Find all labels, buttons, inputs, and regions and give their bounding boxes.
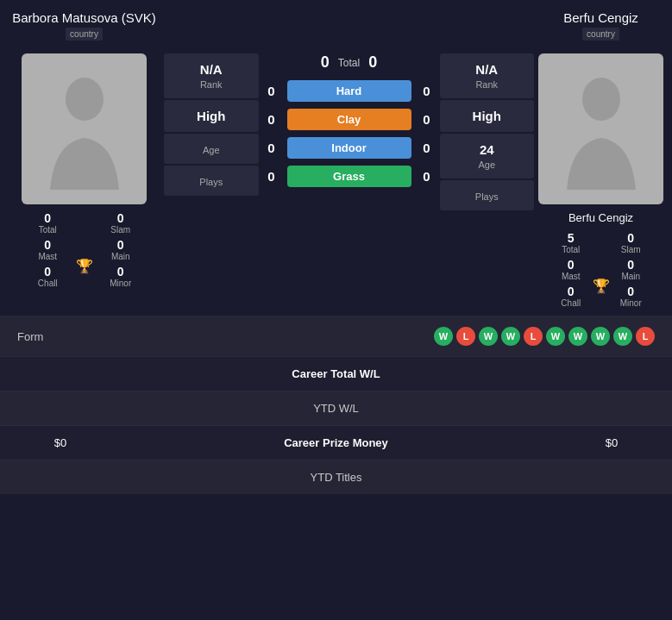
- svg-point-1: [582, 78, 620, 121]
- form-badge-10: L: [636, 327, 655, 346]
- form-badges: W L W W L W W W W L: [434, 327, 655, 346]
- left-minor-stat: 0 Minor: [86, 265, 156, 288]
- indoor-surface-row: 0 Indoor 0: [263, 137, 436, 159]
- left-age-item: Age: [164, 134, 259, 164]
- right-minor-stat: 0 Minor: [603, 285, 660, 308]
- bottom-section: Form W L W W L W W W W L Career Total W/…: [0, 316, 672, 494]
- right-middle-stats: N/A Rank High 24 Age Plays: [436, 53, 539, 298]
- main-container: Barbora Matusova (SVK) country Berfu Cen…: [0, 0, 672, 494]
- svg-point-0: [66, 78, 104, 121]
- left-player-header: Barbora Matusova (SVK) country: [9, 10, 160, 41]
- right-chall-stat: 0 Chall: [543, 285, 600, 308]
- left-middle-stats: N/A Rank High Age Plays: [160, 53, 263, 298]
- left-player-avatar: [22, 53, 147, 204]
- hard-surface-row: 0 Hard 0: [263, 80, 436, 102]
- grass-surface-row: 0 Grass 0: [263, 166, 436, 187]
- right-high-item: High: [440, 100, 535, 132]
- center-scoring: 0 Total 0 0 Hard 0 0 Clay 0 0 Indoor 0 0: [263, 53, 436, 298]
- left-slam-stat: 0 Slam: [86, 211, 156, 235]
- form-row: Form W L W W L W W W W L: [0, 316, 672, 356]
- left-total-stat: 0 Total: [13, 211, 83, 235]
- right-trophy-icon: 🏆: [593, 278, 610, 294]
- prize-money-row: $0 Career Prize Money $0: [0, 425, 672, 460]
- comparison-section: 0 Total 0 Slam 0 Mast 0 Main 0: [0, 41, 672, 311]
- left-player-card: 0 Total 0 Slam 0 Mast 0 Main 0: [9, 53, 160, 298]
- right-mast-stat: 0 Mast: [543, 258, 600, 281]
- form-badge-1: W: [434, 327, 453, 346]
- right-avatar-silhouette: [558, 69, 644, 190]
- form-badge-6: W: [546, 327, 565, 346]
- right-slam-stat: 0 Slam: [603, 231, 660, 254]
- form-badge-9: W: [613, 327, 632, 346]
- left-trophy-row: 🏆: [76, 258, 93, 274]
- right-player-avatar: [538, 53, 663, 204]
- left-chall-stat: 0 Chall: [13, 265, 83, 288]
- right-rank-item: N/A Rank: [440, 53, 535, 98]
- ytd-row: YTD W/L: [0, 391, 672, 425]
- form-badge-7: W: [568, 327, 587, 346]
- left-trophy-icon: 🏆: [76, 258, 93, 274]
- right-stats-grid: 5 Total 0 Slam 0 Mast 0 Main 0 Chall: [538, 231, 663, 308]
- right-player-card: Berfu Cengiz 5 Total 0 Slam 0 Mast 0 Mai…: [538, 53, 663, 298]
- form-badge-2: L: [456, 327, 475, 346]
- form-badge-3: W: [479, 327, 498, 346]
- career-total-row: Career Total W/L: [0, 356, 672, 391]
- form-badge-8: W: [591, 327, 610, 346]
- left-stats-grid: 0 Total 0 Slam 0 Mast 0 Main 0: [9, 211, 160, 288]
- left-country-image: country: [66, 28, 103, 41]
- clay-surface-row: 0 Clay 0: [263, 109, 436, 130]
- left-mast-stat: 0 Mast: [13, 238, 83, 261]
- right-player-name: Berfu Cengiz: [538, 10, 663, 25]
- right-country-image: country: [582, 28, 619, 41]
- right-trophy-row: 🏆: [593, 278, 610, 294]
- left-trophy-main-stat: 0 Main: [86, 238, 156, 261]
- ytd-titles-row: YTD Titles: [0, 460, 672, 494]
- right-total-stat: 5 Total: [543, 231, 600, 254]
- form-badge-4: W: [501, 327, 520, 346]
- left-high-item: High: [164, 100, 259, 132]
- left-rank-item: N/A Rank: [164, 53, 259, 98]
- right-age-item: 24 Age: [440, 134, 535, 178]
- right-player-name-card: Berfu Cengiz: [568, 211, 633, 224]
- right-player-header: Berfu Cengiz country: [538, 10, 663, 41]
- left-avatar-silhouette: [41, 69, 128, 190]
- total-row: 0 Total 0: [321, 53, 377, 72]
- left-player-name: Barbora Matusova (SVK): [9, 10, 160, 25]
- left-plays-item: Plays: [164, 166, 259, 196]
- right-main-stat: 0 Main: [603, 258, 660, 281]
- right-plays-item: Plays: [440, 180, 535, 210]
- form-badge-5: L: [524, 327, 543, 346]
